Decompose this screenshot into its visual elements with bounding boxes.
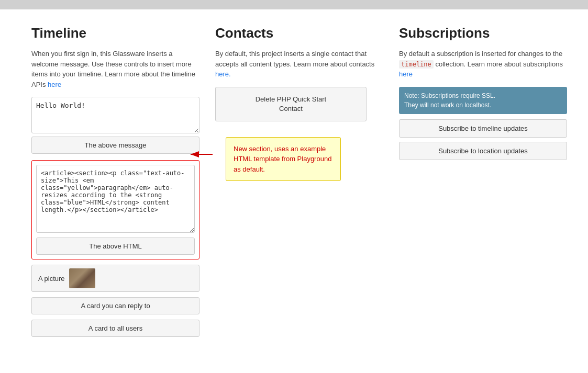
subscribe-location-button[interactable]: Subscribe to location updates bbox=[399, 142, 567, 160]
contacts-description: By default, this project inserts a singl… bbox=[215, 49, 383, 80]
contacts-heading: Contacts bbox=[215, 25, 383, 41]
reply-card-button[interactable]: A card you can reply to bbox=[31, 297, 199, 314]
timeline-link[interactable]: here bbox=[48, 81, 61, 88]
html-template-textarea[interactable]: <article><section><p class="text-auto-si… bbox=[36, 165, 195, 233]
inline-code: timeline bbox=[399, 60, 434, 69]
html-section: <article><section><p class="text-auto-si… bbox=[31, 160, 199, 259]
subscriptions-column: Subscriptions By default a subscription … bbox=[399, 25, 567, 337]
timeline-heading: Timeline bbox=[31, 25, 199, 41]
subscribe-timeline-button[interactable]: Subscribe to timeline updates bbox=[399, 119, 567, 138]
above-html-button[interactable]: The above HTML bbox=[36, 238, 195, 255]
contacts-link[interactable]: here. bbox=[215, 70, 231, 78]
callout-arrow bbox=[186, 146, 215, 162]
callout-wrapper: New section, uses an example HTML templa… bbox=[215, 137, 383, 182]
callout-box: New section, uses an example HTML templa… bbox=[226, 137, 341, 182]
picture-button[interactable]: A picture bbox=[31, 265, 199, 292]
thumbnail-image bbox=[69, 268, 95, 288]
subscriptions-heading: Subscriptions bbox=[399, 25, 567, 41]
above-message-button[interactable]: The above message bbox=[31, 137, 199, 154]
subscriptions-description: By default a subscription is inserted fo… bbox=[399, 49, 567, 80]
picture-thumbnail bbox=[69, 268, 95, 288]
all-users-card-button[interactable]: A card to all users bbox=[31, 320, 199, 337]
timeline-column: Timeline When you first sign in, this Gl… bbox=[31, 25, 215, 337]
timeline-description: When you first sign in, this Glassware i… bbox=[31, 49, 199, 89]
delete-contact-button[interactable]: Delete PHP Quick StartContact bbox=[215, 87, 367, 121]
contacts-column: Contacts By default, this project insert… bbox=[215, 25, 399, 337]
ssl-note-box: Note: Subscriptions require SSL. They wi… bbox=[399, 87, 567, 114]
subscriptions-link[interactable]: here bbox=[399, 70, 413, 78]
top-bar bbox=[0, 0, 588, 9]
hello-world-textarea[interactable]: Hello World! bbox=[31, 97, 199, 133]
